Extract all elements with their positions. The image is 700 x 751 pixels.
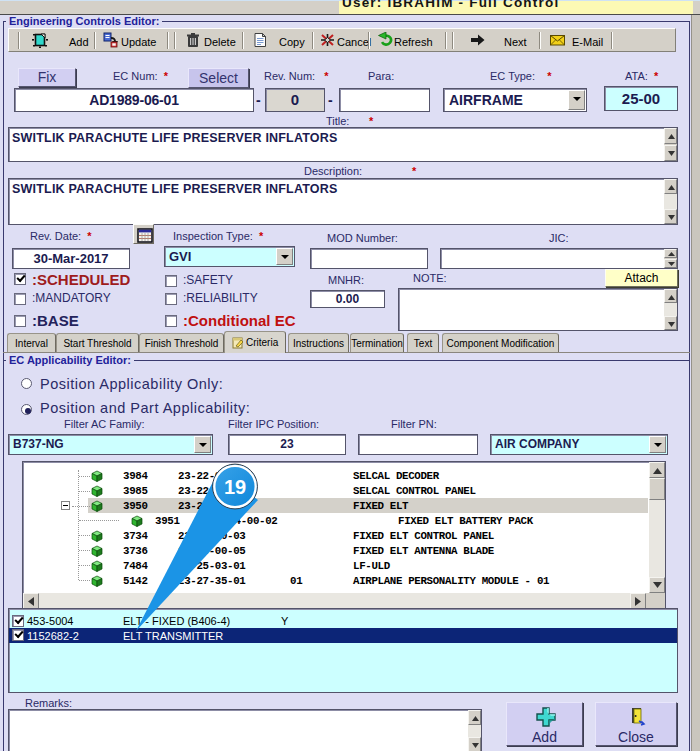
svg-text:19: 19 [224, 476, 246, 498]
